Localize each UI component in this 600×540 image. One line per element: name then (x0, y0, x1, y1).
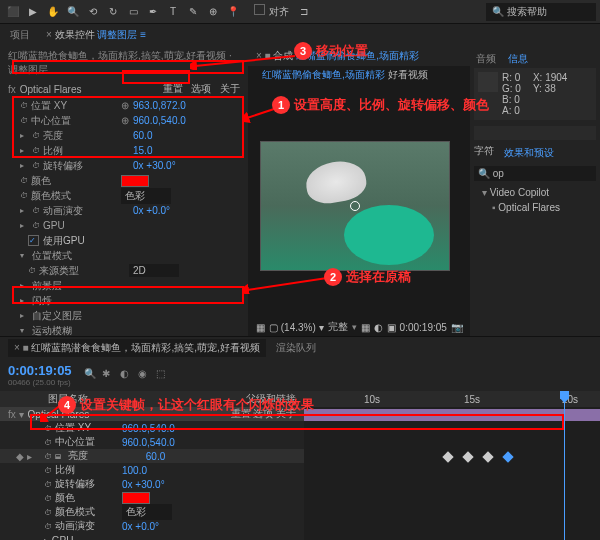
select-icon[interactable]: ▶ (24, 3, 42, 21)
prop-cmode-label: 颜色模式 (31, 189, 121, 203)
effects-panel: 红嘴蓝鹊抢食鲫鱼，场面精彩,搞笑,萌宠,好看视频 · 调整图层 fx Optic… (0, 46, 248, 336)
prop-center-val[interactable]: 960.0,540.0 (133, 115, 186, 126)
layer-bar[interactable] (304, 409, 600, 421)
mask-icon[interactable]: ◐ (374, 322, 383, 333)
prop-rot-label: 旋转偏移 (43, 159, 133, 173)
fx-options[interactable]: 选项 (191, 83, 211, 94)
keyframe[interactable] (482, 451, 493, 462)
tab-fx-presets[interactable]: 效果和预设 (500, 144, 558, 162)
gpu-cb-label: 使用GPU (43, 234, 85, 248)
tl-color[interactable] (122, 492, 150, 504)
arrow-icon (190, 50, 300, 70)
tl-cmode[interactable]: 色彩 (122, 504, 172, 520)
camera-icon[interactable]: 📷 (451, 322, 463, 333)
help-search[interactable]: 🔍 搜索帮助 (486, 3, 596, 21)
tl-fx-icon[interactable]: ✱ (102, 368, 116, 382)
tl-scale[interactable]: 100.0 (122, 465, 147, 476)
prop-srctype-dd[interactable]: 2D (129, 264, 179, 277)
tab-info[interactable]: 信息 (506, 52, 530, 66)
prop-cmode-dd[interactable]: 色彩 (121, 188, 171, 204)
prop-center-label: 中心位置 (31, 114, 121, 128)
callout-3: 3移动位置 (294, 42, 368, 60)
rotate-icon[interactable]: ↻ (104, 3, 122, 21)
tl-anim[interactable]: 0x +0.0° (122, 521, 159, 532)
tl-rot[interactable]: 0x +30.0° (122, 479, 165, 490)
playhead[interactable] (564, 391, 565, 540)
prop-anim-val[interactable]: 0x +0.0° (133, 205, 170, 216)
res-dd[interactable]: 完整 (328, 320, 348, 334)
tab-chars[interactable]: 字符 (474, 144, 494, 162)
main-toolbar: ⬛ ▶ ✋ 🔍 ⟲ ↻ ▭ ✒ T ✎ ⊕ 📍 对齐 ⊐ 🔍 搜索帮助 (0, 0, 600, 24)
home-icon[interactable]: ⬛ (4, 3, 22, 21)
tab-project[interactable]: 项目 (8, 28, 32, 42)
keyframe[interactable] (442, 451, 453, 462)
tl-shy-icon[interactable]: ◐ (120, 368, 134, 382)
tl-graph-icon[interactable]: ⬚ (156, 368, 170, 382)
right-sidebar: 音频信息 R: 0 G: 0 B: 0 A: 0 X: 1904 Y: 38 字… (470, 46, 600, 336)
tab-fx-controls[interactable]: × 效果控件 调整图层 ≡ (44, 28, 148, 42)
text-icon[interactable]: T (164, 3, 182, 21)
crosshair-icon[interactable] (350, 201, 360, 211)
tl-tab-comp[interactable]: × ■ 红嘴蓝鹊潜食食鲫鱼，场面精彩,搞笑,萌宠,好看视频 (8, 339, 266, 357)
callout-4: 4设置关键帧，让这个红眼有个闪烁的效果 (58, 396, 314, 414)
prop-bright-label: 亮度 (43, 129, 133, 143)
zoom-icon[interactable]: 🔍 (64, 3, 82, 21)
rect-icon[interactable]: ▭ (124, 3, 142, 21)
color-sample (478, 72, 498, 92)
timecode[interactable]: 0:00:19:05 (8, 363, 72, 378)
callout-1: 1设置高度、比例、旋转偏移、颜色 (272, 96, 489, 114)
prop-scale-val[interactable]: 15.0 (133, 145, 152, 156)
tc-display[interactable]: 0:00:19:05 (400, 322, 447, 333)
timeline-tracks[interactable]: 10s 15s 20s (304, 391, 600, 540)
magnet-icon[interactable]: ⊐ (295, 3, 313, 21)
callout-2: 2选择在原稿 (324, 268, 411, 286)
grid-icon[interactable]: ▦ (361, 322, 370, 333)
prop-flicker-label: 闪烁 (32, 294, 122, 308)
fx-tree-folder[interactable]: ▾ Video Copilot (474, 185, 596, 200)
pin-icon[interactable]: 📍 (224, 3, 242, 21)
timeline-panel: × ■ 红嘴蓝鹊潜食食鲫鱼，场面精彩,搞笑,萌宠,好看视频 渲染队列 0:00:… (0, 336, 600, 540)
prop-anim-label: 动画演变 (43, 204, 133, 218)
stamp-icon[interactable]: ⊕ (204, 3, 222, 21)
prop-color-label: 颜色 (31, 174, 121, 188)
tab-audio[interactable]: 音频 (474, 52, 498, 66)
fx-tree-item[interactable]: ▪ Optical Flares (474, 200, 596, 215)
preview-content (306, 162, 386, 212)
snap-label: 对齐 (269, 6, 289, 17)
preview-content-bowl (344, 205, 434, 265)
gpu-checkbox[interactable] (28, 235, 39, 246)
fx-about[interactable]: 关于 (220, 83, 240, 94)
prop-posxy-val[interactable]: 963.0,872.0 (133, 100, 186, 111)
keyframe[interactable] (462, 451, 473, 462)
preview-viewport[interactable] (260, 141, 450, 271)
tl-tab-renderq[interactable]: 渲染队列 (276, 341, 316, 355)
svg-line-1 (195, 56, 295, 66)
pen-icon[interactable]: ✒ (144, 3, 162, 21)
hand-icon[interactable]: ✋ (44, 3, 62, 21)
prop-posxy-label: 位置 XY (31, 99, 121, 113)
prop-bright-val[interactable]: 60.0 (133, 130, 152, 141)
time-ruler[interactable]: 10s 15s 20s (304, 391, 600, 407)
brush-icon[interactable]: ✎ (184, 3, 202, 21)
fx-reset[interactable]: 重置 (163, 83, 183, 94)
prop-fg-label: 前景层 (32, 279, 122, 293)
snap-checkbox[interactable] (254, 4, 265, 15)
prop-rot-val[interactable]: 0x +30.0° (133, 160, 176, 171)
keyframe-active[interactable] (502, 451, 513, 462)
zoom-dd[interactable]: ▢ (14.3%) ▾ (269, 322, 324, 333)
fx-preset-search[interactable]: 🔍 op (474, 166, 596, 181)
fps-display: 00466 (25.00 fps) (8, 378, 72, 387)
tl-bright[interactable]: 60.0 (146, 451, 165, 462)
fx-header[interactable]: fx Optical Flares 重置 选项 关于 (0, 80, 248, 98)
preview-menu-icon[interactable]: ▦ (256, 322, 265, 333)
tl-mb-icon[interactable]: ◉ (138, 368, 152, 382)
color-swatch[interactable] (121, 175, 149, 187)
tl-posxy[interactable]: 960.0,540.0 (122, 423, 175, 434)
prop-custom-label: 自定义图层 (32, 309, 122, 323)
guides-icon[interactable]: ▣ (387, 322, 396, 333)
tl-center[interactable]: 960.0,540.0 (122, 437, 175, 448)
tl-search-icon[interactable]: 🔍 (84, 368, 98, 382)
prop-gpu-label: GPU (43, 220, 133, 231)
orbit-icon[interactable]: ⟲ (84, 3, 102, 21)
preview-controls: ▦ ▢ (14.3%) ▾ 完整 ▾ ▦ ◐ ▣ 0:00:19:05 📷 (256, 320, 463, 334)
